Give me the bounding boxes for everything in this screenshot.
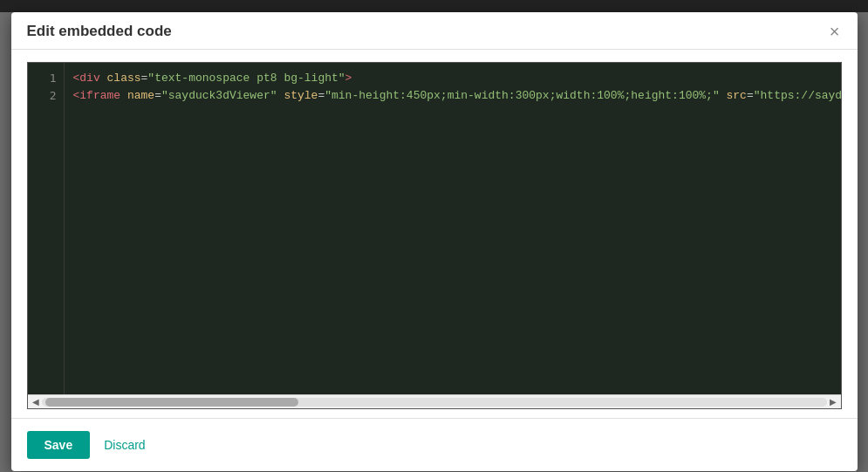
code-editor[interactable]: 1 2 <div class="text-monospace pt8 bg-li…	[28, 63, 841, 394]
close-button[interactable]: ×	[828, 23, 842, 40]
line-number-1: 1	[50, 70, 57, 87]
modal-overlay: Edit embedded code × 1 2 <div class="tex…	[0, 0, 868, 472]
modal-footer: Save Discard	[11, 418, 858, 471]
discard-button[interactable]: Discard	[104, 438, 145, 452]
code-editor-wrapper[interactable]: 1 2 <div class="text-monospace pt8 bg-li…	[27, 62, 842, 409]
code-line-2: <iframe name="sayduck3dViewer" style="mi…	[73, 87, 832, 105]
save-button[interactable]: Save	[27, 431, 91, 459]
code-content[interactable]: <div class="text-monospace pt8 bg-light"…	[65, 63, 841, 394]
scrollbar-thumb[interactable]	[45, 398, 298, 407]
scroll-left-arrow[interactable]: ◀	[30, 397, 42, 407]
line-numbers: 1 2	[28, 63, 65, 394]
modal-title: Edit embedded code	[27, 23, 172, 40]
horizontal-scrollbar[interactable]: ◀ ▶	[28, 394, 841, 408]
line-number-2: 2	[50, 87, 57, 105]
code-line-1: <div class="text-monospace pt8 bg-light"…	[73, 70, 832, 87]
modal-dialog: Edit embedded code × 1 2 <div class="tex…	[11, 12, 858, 471]
modal-header: Edit embedded code ×	[11, 12, 858, 50]
scroll-right-arrow[interactable]: ▶	[827, 397, 839, 407]
scrollbar-track[interactable]	[42, 398, 827, 407]
